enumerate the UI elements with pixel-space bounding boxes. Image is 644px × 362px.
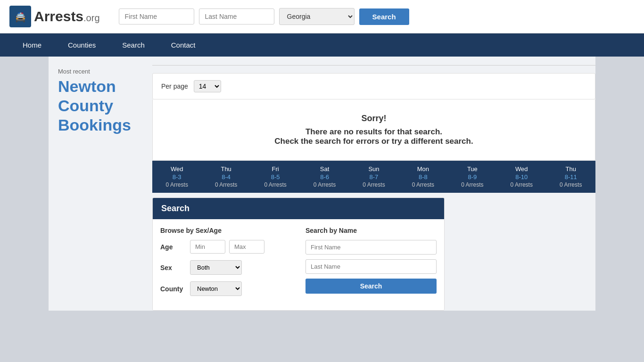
results-area: Per page 14 25 50 100 Sorry! There are n… — [152, 57, 595, 311]
date-link-7[interactable]: 8-10 — [499, 173, 544, 181]
age-label: Age — [160, 243, 186, 251]
svg-text:🚔: 🚔 — [15, 11, 26, 23]
per-page-select[interactable]: 14 25 50 100 — [194, 80, 221, 92]
no-results-line2: Check the search for errors or try a dif… — [162, 137, 586, 146]
day-name-8: Thu — [548, 165, 594, 173]
arrests-4: 0 Arrests — [351, 181, 396, 188]
day-name-6: Tue — [450, 165, 495, 173]
date-link-3[interactable]: 8-6 — [302, 173, 347, 181]
browse-title: Browse by Sex/Age — [160, 227, 291, 234]
top-divider — [152, 65, 595, 66]
content-row: Most recent Newton County Bookings Per p… — [49, 57, 595, 311]
date-cell-3: Sat 8-6 0 Arrests — [300, 161, 349, 193]
per-page-label: Per page — [161, 82, 188, 90]
no-results-section: Sorry! There are no results for that sea… — [152, 99, 595, 161]
nav-contact[interactable]: Contact — [158, 33, 209, 57]
nav-counties[interactable]: Counties — [55, 33, 109, 57]
date-link-5[interactable]: 8-8 — [400, 173, 446, 181]
left-panel: Most recent Newton County Bookings — [49, 57, 152, 311]
bottom-content: Search Browse by Sex/Age Age — [152, 197, 595, 311]
header-last-name-input[interactable] — [199, 8, 274, 25]
search-panel: Search Browse by Sex/Age Age — [152, 197, 445, 311]
browse-col: Browse by Sex/Age Age Sex Both — [160, 227, 291, 303]
arrests-3: 0 Arrests — [302, 181, 347, 188]
nav-search[interactable]: Search — [109, 33, 158, 57]
header-state-select[interactable]: Georgia Alabama Florida Tennessee — [279, 8, 355, 25]
date-link-4[interactable]: 8-7 — [351, 173, 396, 181]
ad-area — [452, 197, 595, 311]
county-title: Newton County Bookings — [58, 77, 143, 134]
page-wrapper: 🚔 Arrests.org Georgia Alabama Florida Te… — [0, 0, 644, 362]
day-name-0: Wed — [154, 165, 199, 173]
county-row: County Newton — [160, 281, 291, 296]
day-name-5: Mon — [400, 165, 446, 173]
search-panel-header: Search — [153, 198, 444, 219]
date-cell-8: Thu 8-11 0 Arrests — [546, 161, 595, 193]
arrests-6: 0 Arrests — [450, 181, 495, 188]
nav-home[interactable]: Home — [9, 33, 55, 57]
sex-label: Sex — [160, 264, 186, 272]
arrests-8: 0 Arrests — [548, 181, 594, 188]
age-max-input[interactable] — [229, 240, 264, 254]
day-name-7: Wed — [499, 165, 544, 173]
county-select[interactable]: Newton — [190, 281, 242, 296]
date-link-2[interactable]: 8-5 — [253, 173, 298, 181]
search-first-name-input[interactable] — [305, 240, 437, 255]
arrests-5: 0 Arrests — [400, 181, 446, 188]
per-page-section: Per page 14 25 50 100 — [152, 73, 595, 99]
date-cell-1: Thu 8-4 0 Arrests — [201, 161, 250, 193]
date-bar: Wed 8-3 0 Arrests Thu 8-4 0 Arrests Fri … — [152, 161, 595, 193]
date-cell-0: Wed 8-3 0 Arrests — [152, 161, 201, 193]
date-cell-7: Wed 8-10 0 Arrests — [497, 161, 546, 193]
bookings-word: Bookings — [58, 115, 143, 135]
day-name-1: Thu — [203, 165, 248, 173]
date-cell-6: Tue 8-9 0 Arrests — [448, 161, 497, 193]
date-link-1[interactable]: 8-4 — [203, 173, 248, 181]
sex-row: Sex Both Male Female — [160, 260, 291, 275]
date-cell-5: Mon 8-8 0 Arrests — [398, 161, 447, 193]
day-name-2: Fri — [253, 165, 298, 173]
day-name-4: Sun — [351, 165, 396, 173]
header-search-button[interactable]: Search — [359, 8, 409, 25]
arrests-7: 0 Arrests — [499, 181, 544, 188]
age-min-input[interactable] — [190, 240, 225, 254]
header-search-form: Georgia Alabama Florida Tennessee Search — [119, 8, 409, 25]
logo[interactable]: 🚔 Arrests.org — [9, 6, 100, 27]
header-first-name-input[interactable] — [119, 8, 194, 25]
arrests-2: 0 Arrests — [253, 181, 298, 188]
date-link-8[interactable]: 8-11 — [548, 173, 594, 181]
sorry-text: Sorry! — [162, 114, 586, 123]
most-recent-label: Most recent — [58, 68, 143, 75]
county-word: County — [58, 96, 143, 115]
date-cell-2: Fri 8-5 0 Arrests — [251, 161, 300, 193]
site-header: 🚔 Arrests.org Georgia Alabama Florida Te… — [0, 0, 644, 33]
date-link-6[interactable]: 8-9 — [450, 173, 495, 181]
search-by-name-col: Search by Name Search — [305, 227, 437, 303]
center-container: Most recent Newton County Bookings Per p… — [44, 57, 600, 311]
search-submit-button[interactable]: Search — [305, 279, 437, 294]
date-link-0[interactable]: 8-3 — [154, 173, 199, 181]
logo-text: Arrests.org — [34, 8, 100, 25]
main-nav: Home Counties Search Contact — [0, 33, 644, 57]
date-cell-4: Sun 8-7 0 Arrests — [349, 161, 398, 193]
search-last-name-input[interactable] — [305, 259, 437, 274]
sex-select[interactable]: Both Male Female — [190, 260, 242, 275]
arrests-1: 0 Arrests — [203, 181, 248, 188]
age-row: Age — [160, 240, 291, 254]
search-by-name-title: Search by Name — [305, 227, 437, 234]
arrests-0: 0 Arrests — [154, 181, 199, 188]
logo-icon: 🚔 — [9, 6, 31, 27]
no-results-line1: There are no results for that search. — [162, 127, 586, 137]
day-name-3: Sat — [302, 165, 347, 173]
search-panel-body: Browse by Sex/Age Age Sex Both — [153, 219, 444, 310]
county-label: County — [160, 285, 186, 293]
county-name: Newton — [58, 77, 143, 96]
